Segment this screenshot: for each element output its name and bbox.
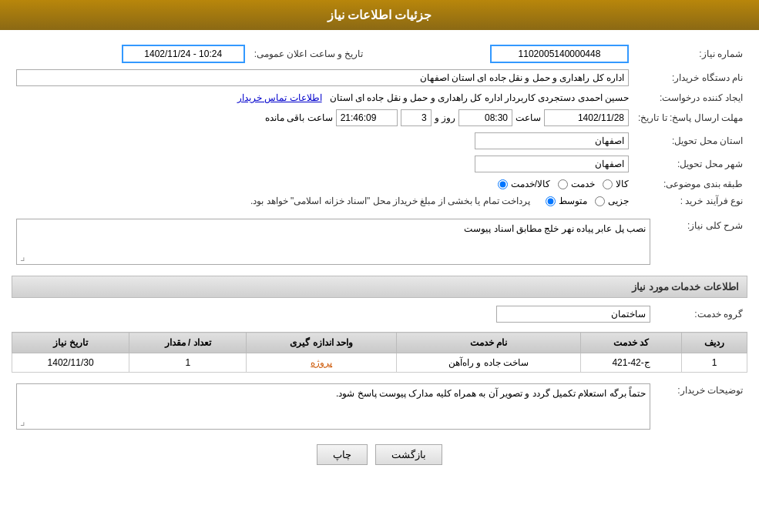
service-group-label: گروه خدمت:	[655, 303, 747, 326]
buyer-org-value	[12, 66, 633, 89]
announcement-date-label: تاریخ و ساعت اعلان عمومی:	[250, 42, 368, 66]
creator-label: ایجاد کننده درخواست:	[633, 89, 747, 106]
buyer-org-label: نام دستگاه خریدار:	[633, 66, 747, 89]
reply-time-input[interactable]	[458, 109, 512, 126]
reply-remaining-input[interactable]	[336, 109, 398, 126]
process-value: جزیی متوسط پرداخت تمام یا بخشی از مبلغ خ…	[12, 192, 633, 209]
col-row-num: ردیف	[682, 333, 747, 353]
table-row: 1 ج-42-421 ساخت جاده و راه‌آهن پروژه 1 1…	[12, 353, 747, 373]
city-label: شهر محل تحویل:	[633, 152, 747, 176]
reply-day-input[interactable]	[401, 109, 432, 126]
creator-contact-link[interactable]: اطلاعات تماس خریدار	[237, 92, 322, 103]
print-button[interactable]: چاپ	[317, 444, 368, 465]
city-value	[12, 152, 633, 176]
reply-remaining-label: ساعت باقی مانده	[265, 112, 333, 123]
general-desc-box: نصب پل عابر پیاده نهر خلج مطابق اسناد پی…	[16, 219, 650, 265]
radio-goods-service[interactable]: کالا/خدمت	[498, 179, 550, 189]
general-desc-value: نصب پل عابر پیاده نهر خلج مطابق اسناد پی…	[12, 216, 655, 268]
row-num: 1	[682, 353, 747, 373]
services-section-title: اطلاعات خدمات مورد نیاز	[12, 276, 747, 298]
back-button[interactable]: بازگشت	[375, 444, 442, 465]
province-value	[12, 129, 633, 152]
page-wrapper: جزئیات اطلاعات نیاز شماره نیاز: تاریخ و …	[0, 0, 759, 532]
radio-partial[interactable]: جزیی	[595, 196, 629, 206]
reply-date-label: مهلت ارسال پاسخ: تا تاریخ:	[633, 106, 747, 129]
page-title: جزئیات اطلاعات نیاز	[327, 8, 432, 22]
process-note: پرداخت تمام یا بخشی از مبلغ خریداز محل "…	[250, 196, 530, 206]
buyer-org-input[interactable]	[16, 69, 629, 86]
radio-medium-input[interactable]	[546, 196, 556, 206]
need-number-value	[368, 42, 633, 66]
need-number-input[interactable]	[490, 45, 629, 63]
row-service-name: ساخت جاده و راه‌آهن	[397, 353, 581, 373]
row-date: 1402/11/30	[12, 353, 129, 373]
radio-medium[interactable]: متوسط	[546, 196, 587, 206]
goods-label: کالا	[616, 179, 629, 189]
buyer-notes-table: توضیحات خریدار: حتماً برگه استعلام تکمیل…	[12, 380, 747, 433]
partial-label: جزیی	[608, 196, 629, 206]
category-value: کالا خدمت کالا/خدمت	[12, 176, 633, 192]
page-header: جزئیات اطلاعات نیاز	[0, 0, 759, 30]
reply-time-label: ساعت	[516, 112, 541, 123]
radio-goods[interactable]: کالا	[603, 179, 629, 189]
col-service-code: کد خدمت	[581, 333, 682, 353]
reply-date-row: ساعت روز و ساعت باقی مانده	[12, 106, 633, 129]
general-desc-label: شرح کلی نیاز:	[655, 216, 747, 268]
process-label: نوع فرآیند خرید :	[633, 192, 747, 209]
col-date: تاریخ نیاز	[12, 333, 129, 353]
buyer-notes-value: حتماً برگه استعلام تکمیل گردد و تصویر آن…	[12, 380, 655, 433]
service-group-table: گروه خدمت:	[12, 303, 747, 326]
city-input[interactable]	[475, 156, 629, 172]
reply-date-input[interactable]	[544, 109, 629, 126]
goods-service-label: کالا/خدمت	[511, 179, 550, 189]
buyer-notes-text: حتماً برگه استعلام تکمیل گردد و تصویر آن…	[336, 388, 646, 399]
col-unit: واحد اندازه گیری	[247, 333, 397, 353]
info-table: شماره نیاز: تاریخ و ساعت اعلان عمومی: نا…	[12, 42, 747, 209]
radio-partial-input[interactable]	[595, 196, 605, 206]
buyer-notes-box: حتماً برگه استعلام تکمیل گردد و تصویر آن…	[16, 383, 650, 430]
row-quantity: 1	[129, 353, 247, 373]
medium-label: متوسط	[559, 196, 587, 206]
radio-service-input[interactable]	[558, 179, 568, 189]
radio-goods-input[interactable]	[603, 179, 613, 189]
category-label: طبقه بندی موضوعی:	[633, 176, 747, 192]
row-unit[interactable]: پروژه	[247, 353, 397, 373]
radio-service[interactable]: خدمت	[558, 179, 595, 189]
announcement-date-value	[12, 42, 250, 66]
general-desc-text: نصب پل عابر پیاده نهر خلج مطابق اسناد پی…	[464, 223, 646, 234]
reply-day-label: روز و	[435, 112, 455, 123]
radio-goods-service-input[interactable]	[498, 179, 508, 189]
creator-name: حسین احمدی دستجردی کاربردار اداره کل راه…	[330, 92, 629, 103]
general-desc-table: شرح کلی نیاز: نصب پل عابر پیاده نهر خلج …	[12, 216, 747, 268]
col-quantity: تعداد / مقدار	[129, 333, 247, 353]
service-group-value	[12, 303, 655, 326]
province-label: استان محل تحویل:	[633, 129, 747, 152]
creator-value: حسین احمدی دستجردی کاربردار اداره کل راه…	[12, 89, 633, 106]
services-data-table: ردیف کد خدمت نام خدمت واحد اندازه گیری ت…	[12, 332, 747, 373]
announcement-date-input[interactable]	[122, 45, 245, 63]
buttons-row: بازگشت چاپ	[12, 444, 747, 465]
province-input[interactable]	[475, 132, 629, 149]
col-service-name: نام خدمت	[397, 333, 581, 353]
buyer-notes-label: توضیحات خریدار:	[655, 380, 747, 433]
row-service-code: ج-42-421	[581, 353, 682, 373]
content-area: شماره نیاز: تاریخ و ساعت اعلان عمومی: نا…	[0, 38, 759, 477]
service-group-input[interactable]	[496, 306, 650, 323]
need-number-label: شماره نیاز:	[633, 42, 747, 66]
service-label: خدمت	[571, 179, 595, 189]
